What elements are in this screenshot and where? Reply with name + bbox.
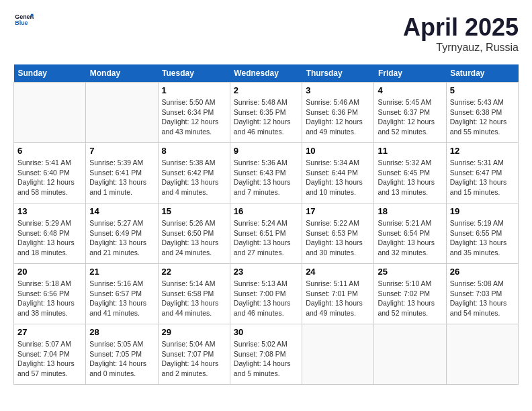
calendar-cell xyxy=(302,324,374,385)
day-detail: Sunrise: 5:26 AM Sunset: 6:50 PM Dayligh… xyxy=(162,218,226,258)
calendar-cell: 3Sunrise: 5:46 AM Sunset: 6:36 PM Daylig… xyxy=(302,83,374,143)
day-number: 13 xyxy=(17,206,82,216)
day-number: 21 xyxy=(89,267,154,277)
day-detail: Sunrise: 5:43 AM Sunset: 6:38 PM Dayligh… xyxy=(450,97,515,137)
calendar-cell: 29Sunrise: 5:04 AM Sunset: 7:07 PM Dayli… xyxy=(158,324,230,385)
day-number: 17 xyxy=(306,206,370,216)
weekday-header: Friday xyxy=(374,64,446,83)
calendar-cell: 25Sunrise: 5:10 AM Sunset: 7:02 PM Dayli… xyxy=(374,264,446,324)
day-detail: Sunrise: 5:50 AM Sunset: 6:34 PM Dayligh… xyxy=(162,97,226,137)
day-detail: Sunrise: 5:02 AM Sunset: 7:08 PM Dayligh… xyxy=(234,339,298,379)
day-detail: Sunrise: 5:11 AM Sunset: 7:01 PM Dayligh… xyxy=(306,279,370,318)
calendar-cell: 23Sunrise: 5:13 AM Sunset: 7:00 PM Dayli… xyxy=(230,264,302,324)
calendar-cell: 12Sunrise: 5:31 AM Sunset: 6:47 PM Dayli… xyxy=(446,143,518,203)
day-number: 28 xyxy=(89,327,154,337)
day-number: 6 xyxy=(17,146,82,156)
day-number: 26 xyxy=(450,267,515,277)
calendar-cell: 14Sunrise: 5:27 AM Sunset: 6:49 PM Dayli… xyxy=(86,203,158,264)
calendar-week-row: 13Sunrise: 5:29 AM Sunset: 6:48 PM Dayli… xyxy=(14,203,519,264)
location: Tyrnyauz, Russia xyxy=(403,42,519,54)
calendar-cell: 5Sunrise: 5:43 AM Sunset: 6:38 PM Daylig… xyxy=(446,83,518,143)
calendar-cell: 9Sunrise: 5:36 AM Sunset: 6:43 PM Daylig… xyxy=(230,143,302,203)
calendar-cell: 6Sunrise: 5:41 AM Sunset: 6:40 PM Daylig… xyxy=(14,143,86,203)
day-number: 30 xyxy=(234,327,298,337)
day-number: 3 xyxy=(306,85,370,95)
day-number: 20 xyxy=(17,267,82,277)
day-number: 4 xyxy=(378,85,442,95)
day-detail: Sunrise: 5:16 AM Sunset: 6:57 PM Dayligh… xyxy=(89,279,154,318)
day-detail: Sunrise: 5:45 AM Sunset: 6:37 PM Dayligh… xyxy=(378,97,442,137)
day-detail: Sunrise: 5:38 AM Sunset: 6:42 PM Dayligh… xyxy=(162,158,226,197)
weekday-header: Tuesday xyxy=(158,64,230,83)
day-detail: Sunrise: 5:19 AM Sunset: 6:55 PM Dayligh… xyxy=(450,218,515,258)
day-number: 24 xyxy=(306,267,370,277)
day-number: 29 xyxy=(162,327,226,337)
calendar-week-row: 27Sunrise: 5:07 AM Sunset: 7:04 PM Dayli… xyxy=(14,324,519,385)
calendar-cell xyxy=(374,324,446,385)
calendar-cell: 26Sunrise: 5:08 AM Sunset: 7:03 PM Dayli… xyxy=(446,264,518,324)
calendar-cell: 28Sunrise: 5:05 AM Sunset: 7:05 PM Dayli… xyxy=(86,324,158,385)
weekday-header: Saturday xyxy=(446,64,518,83)
day-detail: Sunrise: 5:41 AM Sunset: 6:40 PM Dayligh… xyxy=(17,158,82,197)
calendar-cell: 18Sunrise: 5:21 AM Sunset: 6:54 PM Dayli… xyxy=(374,203,446,264)
day-number: 23 xyxy=(234,267,298,277)
calendar-cell xyxy=(446,324,518,385)
weekday-header: Monday xyxy=(86,64,158,83)
calendar-cell: 4Sunrise: 5:45 AM Sunset: 6:37 PM Daylig… xyxy=(374,83,446,143)
day-detail: Sunrise: 5:32 AM Sunset: 6:45 PM Dayligh… xyxy=(378,158,442,197)
calendar-cell: 19Sunrise: 5:19 AM Sunset: 6:55 PM Dayli… xyxy=(446,203,518,264)
day-number: 14 xyxy=(89,206,154,216)
calendar-cell: 10Sunrise: 5:34 AM Sunset: 6:44 PM Dayli… xyxy=(302,143,374,203)
day-detail: Sunrise: 5:39 AM Sunset: 6:41 PM Dayligh… xyxy=(89,158,154,197)
day-number: 1 xyxy=(162,85,226,95)
svg-text:Blue: Blue xyxy=(15,19,28,26)
calendar-cell: 13Sunrise: 5:29 AM Sunset: 6:48 PM Dayli… xyxy=(14,203,86,264)
day-detail: Sunrise: 5:48 AM Sunset: 6:35 PM Dayligh… xyxy=(234,97,298,137)
calendar-cell: 17Sunrise: 5:22 AM Sunset: 6:53 PM Dayli… xyxy=(302,203,374,264)
day-number: 18 xyxy=(378,206,442,216)
calendar-cell: 16Sunrise: 5:24 AM Sunset: 6:51 PM Dayli… xyxy=(230,203,302,264)
day-detail: Sunrise: 5:10 AM Sunset: 7:02 PM Dayligh… xyxy=(378,279,442,318)
day-number: 2 xyxy=(234,85,298,95)
day-detail: Sunrise: 5:31 AM Sunset: 6:47 PM Dayligh… xyxy=(450,158,515,197)
calendar-cell: 11Sunrise: 5:32 AM Sunset: 6:45 PM Dayli… xyxy=(374,143,446,203)
day-detail: Sunrise: 5:24 AM Sunset: 6:51 PM Dayligh… xyxy=(234,218,298,258)
day-detail: Sunrise: 5:34 AM Sunset: 6:44 PM Dayligh… xyxy=(306,158,370,197)
calendar-week-row: 20Sunrise: 5:18 AM Sunset: 6:56 PM Dayli… xyxy=(14,264,519,324)
day-number: 11 xyxy=(378,146,442,156)
day-detail: Sunrise: 5:21 AM Sunset: 6:54 PM Dayligh… xyxy=(378,218,442,258)
weekday-header-row: SundayMondayTuesdayWednesdayThursdayFrid… xyxy=(14,64,519,83)
day-number: 19 xyxy=(450,206,515,216)
calendar-cell: 30Sunrise: 5:02 AM Sunset: 7:08 PM Dayli… xyxy=(230,324,302,385)
weekday-header: Wednesday xyxy=(230,64,302,83)
day-number: 22 xyxy=(162,267,226,277)
calendar-week-row: 6Sunrise: 5:41 AM Sunset: 6:40 PM Daylig… xyxy=(14,143,519,203)
day-detail: Sunrise: 5:04 AM Sunset: 7:07 PM Dayligh… xyxy=(162,339,226,379)
calendar-cell: 21Sunrise: 5:16 AM Sunset: 6:57 PM Dayli… xyxy=(86,264,158,324)
calendar-cell: 2Sunrise: 5:48 AM Sunset: 6:35 PM Daylig… xyxy=(230,83,302,143)
calendar-cell: 27Sunrise: 5:07 AM Sunset: 7:04 PM Dayli… xyxy=(14,324,86,385)
weekday-header: Sunday xyxy=(14,64,86,83)
day-number: 27 xyxy=(17,327,82,337)
day-number: 16 xyxy=(234,206,298,216)
title-block: April 2025 Tyrnyauz, Russia xyxy=(403,13,519,54)
weekday-header: Thursday xyxy=(302,64,374,83)
day-number: 12 xyxy=(450,146,515,156)
calendar-cell xyxy=(14,83,86,143)
day-detail: Sunrise: 5:18 AM Sunset: 6:56 PM Dayligh… xyxy=(17,279,82,318)
calendar-cell xyxy=(86,83,158,143)
day-detail: Sunrise: 5:27 AM Sunset: 6:49 PM Dayligh… xyxy=(89,218,154,258)
day-detail: Sunrise: 5:13 AM Sunset: 7:00 PM Dayligh… xyxy=(234,279,298,318)
day-number: 15 xyxy=(162,206,226,216)
day-detail: Sunrise: 5:29 AM Sunset: 6:48 PM Dayligh… xyxy=(17,218,82,258)
calendar-cell: 24Sunrise: 5:11 AM Sunset: 7:01 PM Dayli… xyxy=(302,264,374,324)
calendar-week-row: 1Sunrise: 5:50 AM Sunset: 6:34 PM Daylig… xyxy=(14,83,519,143)
day-detail: Sunrise: 5:14 AM Sunset: 6:58 PM Dayligh… xyxy=(162,279,226,318)
month-title: April 2025 xyxy=(403,13,519,42)
calendar-cell: 8Sunrise: 5:38 AM Sunset: 6:42 PM Daylig… xyxy=(158,143,230,203)
calendar-cell: 20Sunrise: 5:18 AM Sunset: 6:56 PM Dayli… xyxy=(14,264,86,324)
calendar-cell: 22Sunrise: 5:14 AM Sunset: 6:58 PM Dayli… xyxy=(158,264,230,324)
day-detail: Sunrise: 5:07 AM Sunset: 7:04 PM Dayligh… xyxy=(17,339,82,379)
day-number: 9 xyxy=(234,146,298,156)
day-number: 7 xyxy=(89,146,154,156)
